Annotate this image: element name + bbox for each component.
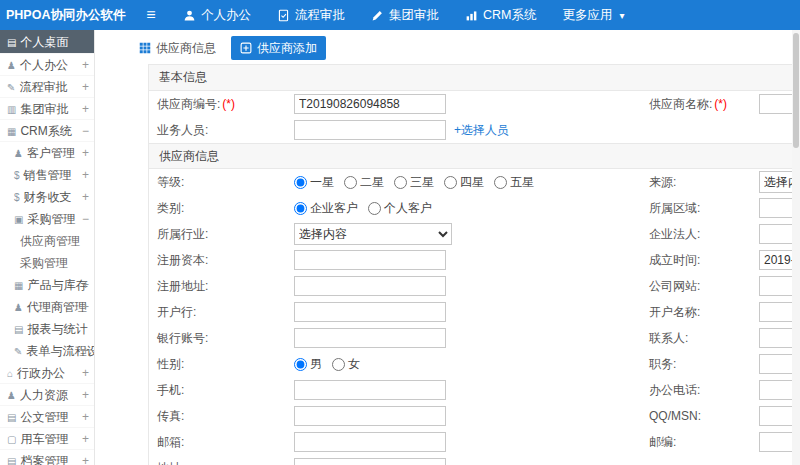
sidebar-item-archive-mgmt[interactable]: ▤档案管理+ — [0, 450, 94, 465]
category-radio[interactable] — [368, 202, 381, 215]
grade-radio[interactable] — [444, 176, 457, 189]
nav-more-apps[interactable]: 更多应用 ▾ — [549, 0, 637, 30]
expand-icon: + — [82, 384, 89, 406]
sidebar-label: 销售管理 — [24, 168, 72, 182]
sidebar-label: 行政办公 — [17, 366, 65, 380]
mobile-input[interactable] — [294, 380, 446, 400]
nav-label: 个人办公 — [201, 7, 251, 24]
edit-icon — [371, 9, 384, 22]
document-icon: ▥ — [7, 104, 16, 115]
gender-radio[interactable] — [294, 358, 307, 371]
sidebar-item-products-inventory[interactable]: ▦产品与库存+ — [0, 274, 94, 296]
grade-radio-group: 一星 二星 三星 四星 五星 — [294, 174, 649, 191]
tab-label: 供应商信息 — [156, 40, 216, 57]
registered-address-input[interactable] — [294, 276, 446, 296]
field-label: 开户名称: — [649, 304, 759, 321]
collapse-icon: − — [82, 120, 89, 142]
gender-radio[interactable] — [332, 358, 345, 371]
sidebar-label: 代理商管理 — [27, 300, 87, 314]
sidebar-item-agent-mgmt[interactable]: ♟代理商管理+ — [0, 296, 94, 318]
main-content: 供应商信息 供应商添加 基本信息 供应商编号:(*) 供应商名称:(*) 业务人… — [95, 30, 800, 465]
chart-icon — [465, 9, 478, 22]
field-label: 所属行业: — [149, 226, 294, 243]
hamburger-menu-icon[interactable]: ≡ — [140, 6, 162, 24]
sidebar-label: 财务收支 — [24, 190, 72, 204]
field-label: 地址: — [149, 460, 294, 465]
sidebar-item-group-approval[interactable]: ▥集团审批+ — [0, 98, 94, 120]
vertical-scrollbar[interactable] — [792, 30, 800, 465]
form-row: 邮箱: 邮编: — [149, 429, 800, 455]
expand-icon: + — [82, 76, 89, 98]
section-basic-info: 基本信息 — [149, 65, 800, 91]
registered-capital-input[interactable] — [294, 250, 446, 270]
address-input[interactable] — [294, 458, 446, 465]
email-input[interactable] — [294, 432, 446, 452]
nav-label: 更多应用 — [562, 7, 612, 24]
sidebar-label: 集团审批 — [20, 102, 68, 116]
sidebar-item-purchase-mgmt[interactable]: ▣采购管理− — [0, 208, 94, 230]
field-label: 来源: — [649, 174, 759, 191]
sidebar-item-customer-mgmt[interactable]: ♟客户管理+ — [0, 142, 94, 164]
category-radio[interactable] — [294, 202, 307, 215]
sidebar-item-document-mgmt[interactable]: ▤公文管理+ — [0, 406, 94, 428]
sidebar-label: 客户管理 — [27, 146, 75, 160]
field-label: 公司网站: — [649, 278, 759, 295]
document-icon: ▤ — [7, 412, 16, 423]
grade-radio[interactable] — [294, 176, 307, 189]
field-label: 业务人员: — [149, 122, 294, 139]
nav-group-approval[interactable]: 集团审批 — [358, 0, 452, 30]
sidebar-item-finance[interactable]: $财务收支+ — [0, 186, 94, 208]
sidebar-item-vehicle-mgmt[interactable]: ▢用车管理+ — [0, 428, 94, 450]
industry-select[interactable]: 选择内容 — [294, 223, 452, 245]
chart-icon: ▦ — [7, 126, 16, 137]
sidebar-item-hr[interactable]: ♟人力资源+ — [0, 384, 94, 406]
choose-person-link[interactable]: +选择人员 — [454, 122, 509, 139]
app-logo: PHPOA协同办公软件 — [0, 7, 100, 24]
sidebar-label: 采购管理 — [20, 256, 68, 270]
form-row: 等级: 一星 二星 三星 四星 五星 来源: 选择内容 — [149, 169, 800, 195]
sidebar-item-supplier-mgmt[interactable]: 供应商管理 — [0, 230, 94, 252]
sidebar-item-reports-stats[interactable]: ▤报表与统计 — [0, 318, 94, 340]
nav-workflow-approval[interactable]: 流程审批 — [264, 0, 358, 30]
workflow-icon — [277, 9, 290, 22]
section-supplier-info: 供应商信息 — [149, 143, 800, 169]
sidebar-item-form-workflow-settings[interactable]: ✎表单与流程设置+ — [0, 340, 94, 362]
business-person-input[interactable] — [294, 120, 446, 140]
grid-icon: ▦ — [14, 280, 23, 291]
field-label: 类别: — [149, 200, 294, 217]
supplier-code-input[interactable] — [294, 94, 446, 114]
form-row: 注册地址: 公司网站: — [149, 273, 800, 299]
nav-personal-office[interactable]: 个人办公 — [170, 0, 264, 30]
sidebar-label: 人力资源 — [20, 388, 68, 402]
scrollbar-thumb[interactable] — [793, 33, 799, 148]
field-label: 职务: — [649, 356, 759, 373]
sidebar-label: 用车管理 — [20, 432, 68, 446]
sidebar-label: 公文管理 — [20, 410, 68, 424]
sidebar-item-crm[interactable]: ▦CRM系统− — [0, 120, 94, 142]
grade-radio[interactable] — [394, 176, 407, 189]
bank-input[interactable] — [294, 302, 446, 322]
tab-supplier-info[interactable]: 供应商信息 — [130, 36, 225, 60]
report-icon: ▤ — [14, 324, 23, 335]
fax-input[interactable] — [294, 406, 446, 426]
grade-radio[interactable] — [344, 176, 357, 189]
sidebar-item-desktop[interactable]: ▤个人桌面 — [0, 30, 94, 54]
sidebar-label: 产品与库存 — [27, 278, 87, 292]
bank-account-input[interactable] — [294, 328, 446, 348]
sidebar-item-personal-office[interactable]: ♟个人办公+ — [0, 54, 94, 76]
sidebar-item-purchasing[interactable]: 采购管理 — [0, 252, 94, 274]
sidebar-label: CRM系统 — [20, 124, 71, 138]
expand-icon: + — [82, 98, 89, 120]
sidebar-item-workflow-approval[interactable]: ✎流程审批+ — [0, 76, 94, 98]
tab-supplier-add[interactable]: 供应商添加 — [231, 36, 326, 60]
form-row: 开户行: 开户名称: — [149, 299, 800, 325]
field-label: 供应商编号:(*) — [149, 96, 294, 113]
grid-icon — [139, 42, 151, 54]
car-icon: ▢ — [7, 434, 16, 445]
form-row: 传真: QQ/MSN: — [149, 403, 800, 429]
sidebar-item-admin-office[interactable]: ⌂行政办公+ — [0, 362, 94, 384]
nav-label: 集团审批 — [389, 7, 439, 24]
sidebar-item-sales-mgmt[interactable]: $销售管理+ — [0, 164, 94, 186]
nav-crm[interactable]: CRM系统 — [452, 0, 549, 30]
grade-radio[interactable] — [494, 176, 507, 189]
